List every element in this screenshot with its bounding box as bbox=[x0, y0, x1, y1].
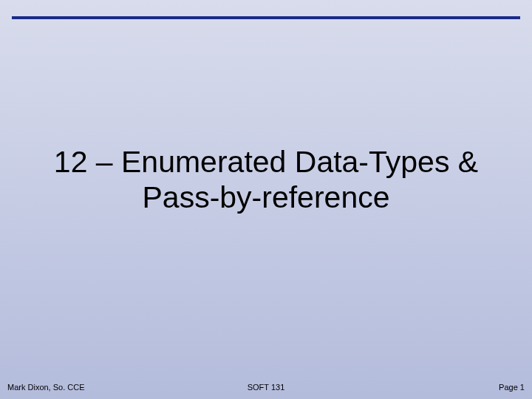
header-divider bbox=[12, 16, 520, 19]
footer-author: Mark Dixon, So. CCE bbox=[7, 383, 180, 392]
slide-title: 12 – Enumerated Data-Types & Pass-by-ref… bbox=[0, 144, 532, 216]
footer: Mark Dixon, So. CCE SOFT 131 Page 1 bbox=[7, 383, 525, 392]
slide-title-line2: Pass-by-reference bbox=[143, 180, 390, 214]
slide-title-line1: 12 – Enumerated Data-Types & bbox=[54, 145, 478, 179]
footer-course: SOFT 131 bbox=[180, 383, 352, 392]
footer-page: Page 1 bbox=[352, 383, 525, 392]
